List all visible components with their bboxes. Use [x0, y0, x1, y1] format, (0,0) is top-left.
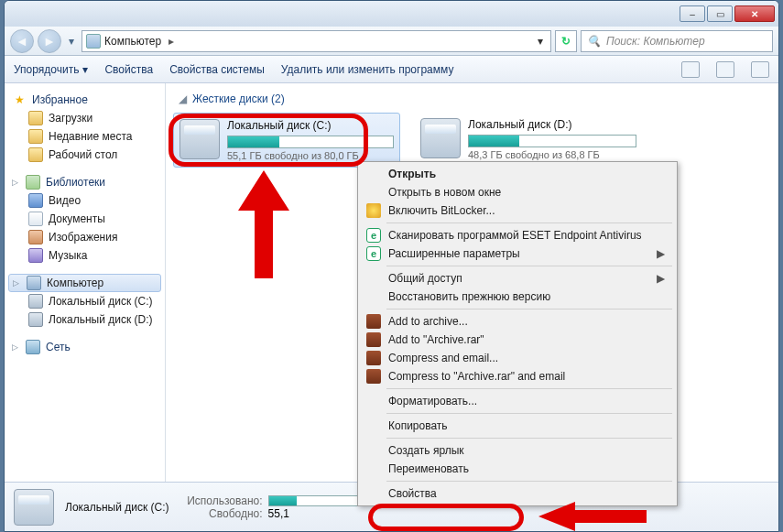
search-placeholder: Поиск: Компьютер: [606, 35, 705, 48]
history-dropdown[interactable]: ▾: [65, 31, 78, 51]
pictures-icon: [28, 230, 43, 244]
capacity-bar: [468, 135, 636, 147]
context-menu-item[interactable]: Открыть: [361, 165, 674, 183]
context-menu-item[interactable]: Открыть в новом окне: [361, 183, 674, 201]
free-space-text: 55,1 ГБ свободно из 80,0 ГБ: [227, 150, 394, 161]
titlebar: – ▭ ✕: [5, 1, 778, 27]
menu-item-label: Общий доступ: [388, 272, 462, 285]
navigation-pane: ★Избранное Загрузки Недавние места Рабоч…: [5, 83, 166, 482]
menu-item-label: Открыть в новом окне: [388, 186, 501, 199]
expand-icon: ▷: [13, 278, 21, 288]
sidebar-item-music[interactable]: Музыка: [8, 246, 161, 265]
menu-item-label: Сканировать программой ESET Endpoint Ant…: [388, 229, 642, 242]
context-menu-item[interactable]: Копировать: [361, 417, 674, 435]
sidebar-item-documents[interactable]: Документы: [8, 210, 161, 228]
organize-menu[interactable]: Упорядочить▾: [14, 63, 88, 76]
drive-icon: [14, 489, 54, 526]
close-button[interactable]: ✕: [734, 5, 775, 22]
favorites-header[interactable]: ★Избранное: [8, 91, 161, 109]
view-options-button[interactable]: [681, 61, 700, 78]
free-label: Свободно:: [180, 507, 263, 520]
context-menu-item[interactable]: Add to archive...: [361, 312, 674, 331]
back-button[interactable]: ◄: [10, 29, 34, 53]
menu-item-label: Восстановить прежнюю версию: [388, 290, 550, 303]
preview-pane-button[interactable]: [716, 61, 734, 78]
context-menu-item[interactable]: Восстановить прежнюю версию: [361, 288, 674, 306]
help-button[interactable]: [751, 61, 769, 78]
navigation-bar: ◄ ► ▾ Компьютер ▸ ▾ ↻ 🔍 Поиск: Компьютер: [5, 27, 778, 56]
submenu-chevron-icon: ▶: [657, 272, 665, 285]
video-icon: [28, 193, 43, 208]
sidebar-item-network[interactable]: ▷Сеть: [8, 338, 161, 356]
menu-item-label: Копировать: [388, 419, 448, 432]
rar-icon: [366, 369, 381, 384]
breadcrumb-chevron-icon[interactable]: ▸: [165, 35, 178, 48]
drive-name: Локальный диск (D:): [468, 118, 636, 133]
sidebar-item-recent[interactable]: Недавние места: [8, 127, 161, 146]
eset-icon: e: [366, 228, 381, 243]
shield-icon: [366, 203, 381, 218]
drive-icon: [28, 294, 43, 309]
system-properties-button[interactable]: Свойства системы: [169, 63, 265, 76]
drive-item-d[interactable]: Локальный диск (D:) 48,3 ГБ свободно из …: [415, 113, 642, 168]
menu-item-label: Расширенные параметры: [388, 247, 520, 260]
group-header-hard-disks[interactable]: ◢Жесткие диски (2): [173, 89, 771, 113]
network-icon: [26, 340, 40, 354]
refresh-button[interactable]: ↻: [555, 30, 577, 52]
menu-item-label: Compress and email...: [388, 352, 498, 364]
sidebar-item-downloads[interactable]: Загрузки: [8, 109, 161, 127]
context-menu-item[interactable]: eСканировать программой ESET Endpoint An…: [361, 226, 674, 244]
context-menu-item[interactable]: Переименовать: [361, 460, 674, 478]
folder-icon: [28, 111, 43, 125]
context-menu: ОткрытьОткрыть в новом окнеВключить BitL…: [357, 161, 678, 506]
drive-icon: [28, 312, 43, 327]
context-menu-item[interactable]: Свойства: [361, 484, 674, 503]
sidebar-item-computer[interactable]: ▷Компьютер: [8, 274, 161, 292]
context-menu-item[interactable]: Создать ярлык: [361, 441, 674, 460]
minimize-button[interactable]: –: [680, 5, 705, 22]
address-dropdown[interactable]: ▾: [534, 35, 547, 48]
search-icon: 🔍: [587, 35, 601, 48]
context-menu-item[interactable]: Compress and email...: [361, 349, 674, 367]
context-menu-item[interactable]: Включить BitLocker...: [361, 201, 674, 220]
menu-item-label: Переименовать: [388, 462, 469, 475]
context-menu-item[interactable]: Add to "Archive.rar": [361, 331, 674, 349]
menu-item-label: Форматировать...: [388, 395, 477, 407]
menu-item-label: Открыть: [388, 168, 436, 180]
drive-icon: [179, 119, 220, 159]
sidebar-item-desktop[interactable]: Рабочий стол: [8, 146, 161, 164]
forward-button[interactable]: ►: [38, 29, 61, 53]
star-icon: ★: [12, 92, 27, 107]
used-bar: [268, 495, 360, 506]
context-menu-item[interactable]: Общий доступ▶: [361, 269, 674, 288]
properties-button[interactable]: Свойства: [104, 63, 153, 76]
context-menu-item[interactable]: eРасширенные параметры▶: [361, 244, 674, 263]
drive-icon: [420, 118, 461, 158]
menu-item-label: Свойства: [388, 487, 437, 500]
maximize-button[interactable]: ▭: [707, 5, 733, 22]
drive-item-c[interactable]: Локальный диск (C:) 55,1 ГБ свободно из …: [173, 113, 400, 168]
document-icon: [28, 212, 43, 226]
context-menu-item[interactable]: Форматировать...: [361, 392, 674, 410]
uninstall-program-button[interactable]: Удалить или изменить программу: [281, 63, 454, 76]
rar-icon: [366, 351, 381, 365]
expand-icon: ▷: [12, 178, 20, 187]
sidebar-item-drive-c[interactable]: Локальный диск (C:): [8, 292, 161, 310]
free-value: 55,1: [268, 507, 289, 520]
rar-icon: [366, 314, 381, 329]
menu-item-label: Add to archive...: [388, 315, 468, 328]
address-text: Компьютер: [104, 35, 161, 48]
free-space-text: 48,3 ГБ свободно из 68,8 ГБ: [468, 149, 636, 160]
sidebar-item-videos[interactable]: Видео: [8, 191, 161, 210]
address-bar[interactable]: Компьютер ▸ ▾: [82, 30, 551, 52]
libraries-header[interactable]: ▷Библиотеки: [8, 173, 161, 191]
sidebar-item-pictures[interactable]: Изображения: [8, 228, 161, 246]
menu-item-label: Включить BitLocker...: [388, 204, 495, 217]
rar-icon: [366, 332, 381, 347]
search-input[interactable]: 🔍 Поиск: Компьютер: [581, 30, 773, 52]
folder-icon: [28, 129, 43, 144]
libraries-icon: [26, 175, 40, 190]
sidebar-item-drive-d[interactable]: Локальный диск (D:): [8, 310, 161, 329]
eset-icon: e: [366, 246, 381, 261]
context-menu-item[interactable]: Compress to "Archive.rar" and email: [361, 367, 674, 385]
